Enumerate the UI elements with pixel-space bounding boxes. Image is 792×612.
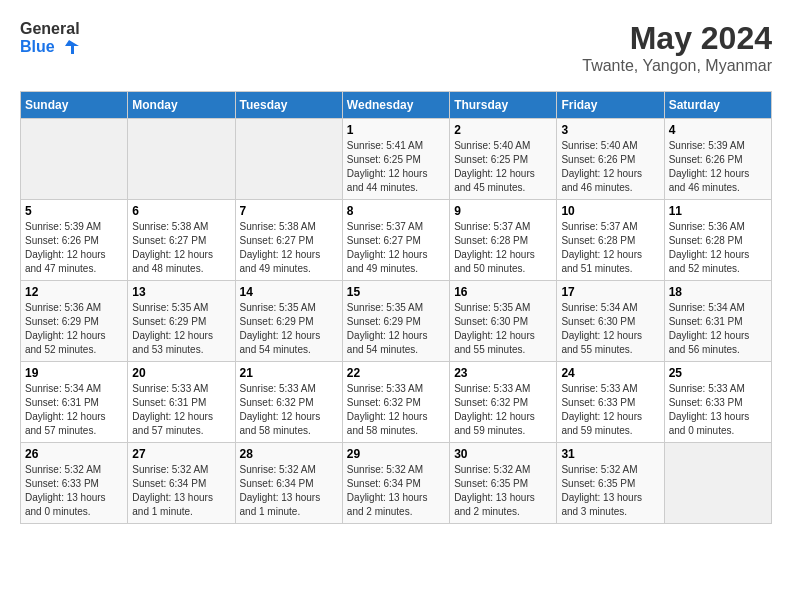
day-cell: 18Sunrise: 5:34 AMSunset: 6:31 PMDayligh… (664, 281, 771, 362)
day-number: 17 (561, 285, 659, 299)
day-number: 23 (454, 366, 552, 380)
day-info: Sunrise: 5:35 AMSunset: 6:29 PMDaylight:… (132, 301, 230, 357)
day-info: Sunrise: 5:33 AMSunset: 6:32 PMDaylight:… (454, 382, 552, 438)
header-cell-thursday: Thursday (450, 92, 557, 119)
day-number: 10 (561, 204, 659, 218)
day-number: 26 (25, 447, 123, 461)
day-number: 14 (240, 285, 338, 299)
day-cell: 9Sunrise: 5:37 AMSunset: 6:28 PMDaylight… (450, 200, 557, 281)
day-cell: 4Sunrise: 5:39 AMSunset: 6:26 PMDaylight… (664, 119, 771, 200)
day-info: Sunrise: 5:33 AMSunset: 6:31 PMDaylight:… (132, 382, 230, 438)
day-number: 13 (132, 285, 230, 299)
day-info: Sunrise: 5:33 AMSunset: 6:32 PMDaylight:… (240, 382, 338, 438)
day-cell: 24Sunrise: 5:33 AMSunset: 6:33 PMDayligh… (557, 362, 664, 443)
day-info: Sunrise: 5:33 AMSunset: 6:32 PMDaylight:… (347, 382, 445, 438)
day-number: 24 (561, 366, 659, 380)
day-info: Sunrise: 5:33 AMSunset: 6:33 PMDaylight:… (669, 382, 767, 438)
day-cell: 10Sunrise: 5:37 AMSunset: 6:28 PMDayligh… (557, 200, 664, 281)
header-cell-saturday: Saturday (664, 92, 771, 119)
logo-general: General (20, 20, 80, 38)
day-number: 3 (561, 123, 659, 137)
day-cell: 1Sunrise: 5:41 AMSunset: 6:25 PMDaylight… (342, 119, 449, 200)
day-info: Sunrise: 5:37 AMSunset: 6:28 PMDaylight:… (454, 220, 552, 276)
day-info: Sunrise: 5:38 AMSunset: 6:27 PMDaylight:… (132, 220, 230, 276)
week-row-1: 1Sunrise: 5:41 AMSunset: 6:25 PMDaylight… (21, 119, 772, 200)
logo: General Blue (20, 20, 80, 56)
day-info: Sunrise: 5:36 AMSunset: 6:28 PMDaylight:… (669, 220, 767, 276)
day-cell: 16Sunrise: 5:35 AMSunset: 6:30 PMDayligh… (450, 281, 557, 362)
main-title: May 2024 (582, 20, 772, 57)
day-cell: 25Sunrise: 5:33 AMSunset: 6:33 PMDayligh… (664, 362, 771, 443)
day-cell: 14Sunrise: 5:35 AMSunset: 6:29 PMDayligh… (235, 281, 342, 362)
subtitle: Twante, Yangon, Myanmar (582, 57, 772, 75)
day-info: Sunrise: 5:40 AMSunset: 6:26 PMDaylight:… (561, 139, 659, 195)
day-info: Sunrise: 5:34 AMSunset: 6:30 PMDaylight:… (561, 301, 659, 357)
day-cell (664, 443, 771, 524)
day-cell: 22Sunrise: 5:33 AMSunset: 6:32 PMDayligh… (342, 362, 449, 443)
day-info: Sunrise: 5:32 AMSunset: 6:33 PMDaylight:… (25, 463, 123, 519)
week-row-3: 12Sunrise: 5:36 AMSunset: 6:29 PMDayligh… (21, 281, 772, 362)
day-info: Sunrise: 5:35 AMSunset: 6:29 PMDaylight:… (240, 301, 338, 357)
day-number: 11 (669, 204, 767, 218)
day-cell: 3Sunrise: 5:40 AMSunset: 6:26 PMDaylight… (557, 119, 664, 200)
day-number: 30 (454, 447, 552, 461)
svg-marker-0 (65, 40, 79, 54)
day-info: Sunrise: 5:35 AMSunset: 6:29 PMDaylight:… (347, 301, 445, 357)
day-info: Sunrise: 5:32 AMSunset: 6:34 PMDaylight:… (347, 463, 445, 519)
header-cell-monday: Monday (128, 92, 235, 119)
day-number: 27 (132, 447, 230, 461)
day-info: Sunrise: 5:36 AMSunset: 6:29 PMDaylight:… (25, 301, 123, 357)
day-cell: 30Sunrise: 5:32 AMSunset: 6:35 PMDayligh… (450, 443, 557, 524)
day-cell: 21Sunrise: 5:33 AMSunset: 6:32 PMDayligh… (235, 362, 342, 443)
day-cell: 15Sunrise: 5:35 AMSunset: 6:29 PMDayligh… (342, 281, 449, 362)
day-cell: 5Sunrise: 5:39 AMSunset: 6:26 PMDaylight… (21, 200, 128, 281)
day-cell: 28Sunrise: 5:32 AMSunset: 6:34 PMDayligh… (235, 443, 342, 524)
day-info: Sunrise: 5:34 AMSunset: 6:31 PMDaylight:… (25, 382, 123, 438)
day-number: 5 (25, 204, 123, 218)
day-number: 16 (454, 285, 552, 299)
day-info: Sunrise: 5:35 AMSunset: 6:30 PMDaylight:… (454, 301, 552, 357)
day-info: Sunrise: 5:39 AMSunset: 6:26 PMDaylight:… (25, 220, 123, 276)
day-number: 12 (25, 285, 123, 299)
day-cell: 8Sunrise: 5:37 AMSunset: 6:27 PMDaylight… (342, 200, 449, 281)
day-info: Sunrise: 5:41 AMSunset: 6:25 PMDaylight:… (347, 139, 445, 195)
day-number: 18 (669, 285, 767, 299)
day-number: 7 (240, 204, 338, 218)
day-number: 1 (347, 123, 445, 137)
day-number: 8 (347, 204, 445, 218)
header-row: SundayMondayTuesdayWednesdayThursdayFrid… (21, 92, 772, 119)
day-number: 25 (669, 366, 767, 380)
day-cell: 2Sunrise: 5:40 AMSunset: 6:25 PMDaylight… (450, 119, 557, 200)
week-row-4: 19Sunrise: 5:34 AMSunset: 6:31 PMDayligh… (21, 362, 772, 443)
day-info: Sunrise: 5:39 AMSunset: 6:26 PMDaylight:… (669, 139, 767, 195)
week-row-5: 26Sunrise: 5:32 AMSunset: 6:33 PMDayligh… (21, 443, 772, 524)
logo-bird-icon (59, 38, 79, 56)
day-number: 21 (240, 366, 338, 380)
header-cell-sunday: Sunday (21, 92, 128, 119)
day-cell: 31Sunrise: 5:32 AMSunset: 6:35 PMDayligh… (557, 443, 664, 524)
day-info: Sunrise: 5:32 AMSunset: 6:35 PMDaylight:… (454, 463, 552, 519)
day-number: 28 (240, 447, 338, 461)
day-info: Sunrise: 5:32 AMSunset: 6:34 PMDaylight:… (240, 463, 338, 519)
day-number: 20 (132, 366, 230, 380)
day-cell: 17Sunrise: 5:34 AMSunset: 6:30 PMDayligh… (557, 281, 664, 362)
day-cell: 26Sunrise: 5:32 AMSunset: 6:33 PMDayligh… (21, 443, 128, 524)
day-cell: 20Sunrise: 5:33 AMSunset: 6:31 PMDayligh… (128, 362, 235, 443)
day-cell: 13Sunrise: 5:35 AMSunset: 6:29 PMDayligh… (128, 281, 235, 362)
day-info: Sunrise: 5:32 AMSunset: 6:35 PMDaylight:… (561, 463, 659, 519)
day-info: Sunrise: 5:37 AMSunset: 6:27 PMDaylight:… (347, 220, 445, 276)
day-cell: 7Sunrise: 5:38 AMSunset: 6:27 PMDaylight… (235, 200, 342, 281)
day-number: 9 (454, 204, 552, 218)
day-cell (128, 119, 235, 200)
calendar-table: SundayMondayTuesdayWednesdayThursdayFrid… (20, 91, 772, 524)
day-cell: 29Sunrise: 5:32 AMSunset: 6:34 PMDayligh… (342, 443, 449, 524)
day-number: 19 (25, 366, 123, 380)
day-cell: 11Sunrise: 5:36 AMSunset: 6:28 PMDayligh… (664, 200, 771, 281)
day-cell (21, 119, 128, 200)
header-cell-wednesday: Wednesday (342, 92, 449, 119)
day-number: 15 (347, 285, 445, 299)
day-number: 4 (669, 123, 767, 137)
day-cell: 12Sunrise: 5:36 AMSunset: 6:29 PMDayligh… (21, 281, 128, 362)
day-cell: 27Sunrise: 5:32 AMSunset: 6:34 PMDayligh… (128, 443, 235, 524)
day-info: Sunrise: 5:33 AMSunset: 6:33 PMDaylight:… (561, 382, 659, 438)
